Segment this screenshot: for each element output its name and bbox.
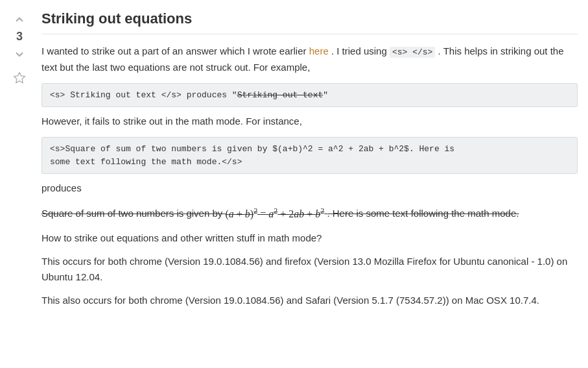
struck-math-formula: (a + b)2 = a2 + 2ab + b2 [225,208,324,219]
content-column: Striking out equations I wanted to strik… [39,10,588,316]
browser-info-1: This occurs for both chrome (Version 19.… [41,254,578,285]
browser-info-2: This also occurs for both chrome (Versio… [41,293,578,308]
struck-text-end: . Here is some text following the math m… [327,208,519,219]
however-paragraph: However, it fails to strike out in the m… [41,114,578,129]
intro-cont: . I tried using [331,45,387,56]
downvote-button[interactable] [12,47,27,62]
struck-text-start: Square of sum of two numbers is given by [41,208,225,219]
math-code-text: <s>Square of sum of two numbers is given… [50,144,454,167]
question-title: Striking out equations [41,10,578,34]
here-link[interactable]: here [309,45,329,56]
favorite-button[interactable] [12,70,27,86]
strikethrough-demo: Striking out text [237,90,323,100]
post-body: I wanted to strike out a part of an answ… [41,43,578,308]
svg-marker-0 [14,72,25,82]
code-example-text: <s> Striking out text </s> produces "Str… [50,90,328,100]
math-code-block: <s>Square of sum of two numbers is given… [41,137,578,174]
upvote-button[interactable] [12,12,27,27]
intro-text: I wanted to strike out a part of an answ… [41,45,307,56]
struck-out-result: Square of sum of two numbers is given by… [41,204,578,223]
produces-label: produces [41,180,578,196]
vote-count: 3 [16,30,23,44]
code-example-block: <s> Striking out text </s> produces "Str… [41,83,578,108]
tag-example-code: <s> </s> [390,47,435,58]
intro-paragraph: I wanted to strike out a part of an answ… [41,43,578,75]
vote-column: 3 [0,10,39,316]
main-question: How to strike out equations and other wr… [41,230,578,246]
